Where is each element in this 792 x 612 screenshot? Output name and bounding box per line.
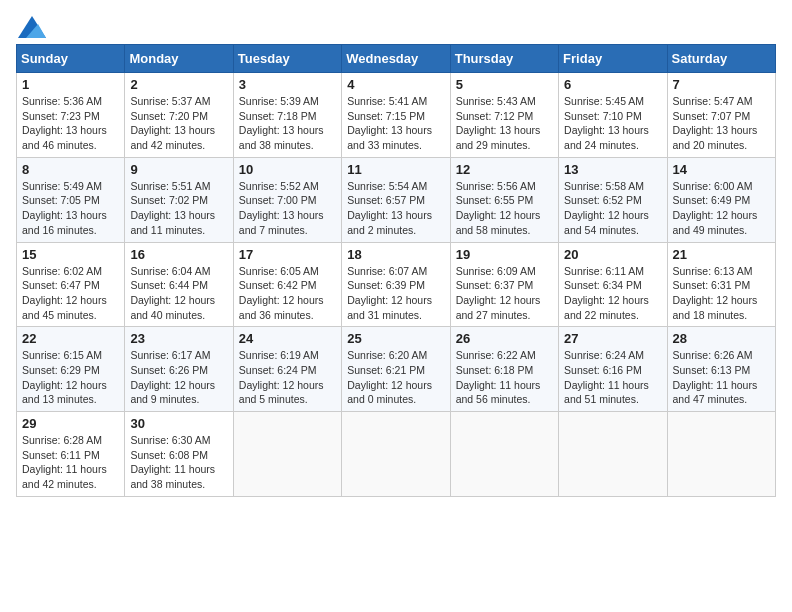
day-info: Sunrise: 6:22 AMSunset: 6:18 PMDaylight:… bbox=[456, 348, 553, 407]
calendar-cell: 10Sunrise: 5:52 AMSunset: 7:00 PMDayligh… bbox=[233, 157, 341, 242]
day-number: 13 bbox=[564, 162, 661, 177]
calendar-cell: 15Sunrise: 6:02 AMSunset: 6:47 PMDayligh… bbox=[17, 242, 125, 327]
calendar-dow-saturday: Saturday bbox=[667, 45, 775, 73]
day-number: 22 bbox=[22, 331, 119, 346]
calendar-cell bbox=[233, 412, 341, 497]
calendar-cell bbox=[559, 412, 667, 497]
calendar-cell: 13Sunrise: 5:58 AMSunset: 6:52 PMDayligh… bbox=[559, 157, 667, 242]
calendar-cell: 30Sunrise: 6:30 AMSunset: 6:08 PMDayligh… bbox=[125, 412, 233, 497]
day-info: Sunrise: 5:47 AMSunset: 7:07 PMDaylight:… bbox=[673, 94, 770, 153]
day-info: Sunrise: 5:36 AMSunset: 7:23 PMDaylight:… bbox=[22, 94, 119, 153]
day-number: 16 bbox=[130, 247, 227, 262]
day-number: 23 bbox=[130, 331, 227, 346]
day-number: 6 bbox=[564, 77, 661, 92]
day-number: 21 bbox=[673, 247, 770, 262]
day-info: Sunrise: 5:52 AMSunset: 7:00 PMDaylight:… bbox=[239, 179, 336, 238]
day-number: 8 bbox=[22, 162, 119, 177]
day-number: 24 bbox=[239, 331, 336, 346]
day-number: 1 bbox=[22, 77, 119, 92]
calendar-dow-thursday: Thursday bbox=[450, 45, 558, 73]
day-info: Sunrise: 6:13 AMSunset: 6:31 PMDaylight:… bbox=[673, 264, 770, 323]
day-info: Sunrise: 6:02 AMSunset: 6:47 PMDaylight:… bbox=[22, 264, 119, 323]
day-number: 20 bbox=[564, 247, 661, 262]
calendar-cell: 28Sunrise: 6:26 AMSunset: 6:13 PMDayligh… bbox=[667, 327, 775, 412]
calendar-cell: 27Sunrise: 6:24 AMSunset: 6:16 PMDayligh… bbox=[559, 327, 667, 412]
day-info: Sunrise: 6:28 AMSunset: 6:11 PMDaylight:… bbox=[22, 433, 119, 492]
calendar-cell: 23Sunrise: 6:17 AMSunset: 6:26 PMDayligh… bbox=[125, 327, 233, 412]
calendar-cell: 4Sunrise: 5:41 AMSunset: 7:15 PMDaylight… bbox=[342, 73, 450, 158]
calendar-table: SundayMondayTuesdayWednesdayThursdayFrid… bbox=[16, 44, 776, 497]
calendar-dow-friday: Friday bbox=[559, 45, 667, 73]
day-number: 11 bbox=[347, 162, 444, 177]
calendar-header-row: SundayMondayTuesdayWednesdayThursdayFrid… bbox=[17, 45, 776, 73]
day-info: Sunrise: 5:51 AMSunset: 7:02 PMDaylight:… bbox=[130, 179, 227, 238]
day-info: Sunrise: 5:49 AMSunset: 7:05 PMDaylight:… bbox=[22, 179, 119, 238]
calendar-week-4: 22Sunrise: 6:15 AMSunset: 6:29 PMDayligh… bbox=[17, 327, 776, 412]
calendar-cell: 8Sunrise: 5:49 AMSunset: 7:05 PMDaylight… bbox=[17, 157, 125, 242]
day-number: 30 bbox=[130, 416, 227, 431]
calendar-cell: 29Sunrise: 6:28 AMSunset: 6:11 PMDayligh… bbox=[17, 412, 125, 497]
calendar-cell: 3Sunrise: 5:39 AMSunset: 7:18 PMDaylight… bbox=[233, 73, 341, 158]
calendar-cell: 21Sunrise: 6:13 AMSunset: 6:31 PMDayligh… bbox=[667, 242, 775, 327]
day-info: Sunrise: 6:00 AMSunset: 6:49 PMDaylight:… bbox=[673, 179, 770, 238]
day-info: Sunrise: 6:17 AMSunset: 6:26 PMDaylight:… bbox=[130, 348, 227, 407]
calendar-cell: 9Sunrise: 5:51 AMSunset: 7:02 PMDaylight… bbox=[125, 157, 233, 242]
calendar-dow-monday: Monday bbox=[125, 45, 233, 73]
day-info: Sunrise: 6:24 AMSunset: 6:16 PMDaylight:… bbox=[564, 348, 661, 407]
calendar-cell: 17Sunrise: 6:05 AMSunset: 6:42 PMDayligh… bbox=[233, 242, 341, 327]
day-number: 3 bbox=[239, 77, 336, 92]
day-number: 12 bbox=[456, 162, 553, 177]
day-info: Sunrise: 6:04 AMSunset: 6:44 PMDaylight:… bbox=[130, 264, 227, 323]
calendar-week-2: 8Sunrise: 5:49 AMSunset: 7:05 PMDaylight… bbox=[17, 157, 776, 242]
calendar-cell: 19Sunrise: 6:09 AMSunset: 6:37 PMDayligh… bbox=[450, 242, 558, 327]
calendar-dow-sunday: Sunday bbox=[17, 45, 125, 73]
logo-icon bbox=[18, 16, 46, 38]
day-info: Sunrise: 6:09 AMSunset: 6:37 PMDaylight:… bbox=[456, 264, 553, 323]
day-number: 14 bbox=[673, 162, 770, 177]
day-number: 5 bbox=[456, 77, 553, 92]
day-info: Sunrise: 5:56 AMSunset: 6:55 PMDaylight:… bbox=[456, 179, 553, 238]
day-info: Sunrise: 6:07 AMSunset: 6:39 PMDaylight:… bbox=[347, 264, 444, 323]
logo bbox=[16, 16, 46, 34]
day-info: Sunrise: 5:39 AMSunset: 7:18 PMDaylight:… bbox=[239, 94, 336, 153]
calendar-cell: 16Sunrise: 6:04 AMSunset: 6:44 PMDayligh… bbox=[125, 242, 233, 327]
calendar-cell bbox=[450, 412, 558, 497]
day-number: 25 bbox=[347, 331, 444, 346]
calendar-cell: 18Sunrise: 6:07 AMSunset: 6:39 PMDayligh… bbox=[342, 242, 450, 327]
day-number: 29 bbox=[22, 416, 119, 431]
calendar-cell: 25Sunrise: 6:20 AMSunset: 6:21 PMDayligh… bbox=[342, 327, 450, 412]
calendar-cell: 24Sunrise: 6:19 AMSunset: 6:24 PMDayligh… bbox=[233, 327, 341, 412]
day-number: 15 bbox=[22, 247, 119, 262]
day-number: 17 bbox=[239, 247, 336, 262]
calendar-cell: 20Sunrise: 6:11 AMSunset: 6:34 PMDayligh… bbox=[559, 242, 667, 327]
day-number: 19 bbox=[456, 247, 553, 262]
calendar-dow-tuesday: Tuesday bbox=[233, 45, 341, 73]
calendar-cell: 26Sunrise: 6:22 AMSunset: 6:18 PMDayligh… bbox=[450, 327, 558, 412]
calendar-dow-wednesday: Wednesday bbox=[342, 45, 450, 73]
day-info: Sunrise: 6:19 AMSunset: 6:24 PMDaylight:… bbox=[239, 348, 336, 407]
calendar-cell: 6Sunrise: 5:45 AMSunset: 7:10 PMDaylight… bbox=[559, 73, 667, 158]
calendar-week-5: 29Sunrise: 6:28 AMSunset: 6:11 PMDayligh… bbox=[17, 412, 776, 497]
calendar-cell: 5Sunrise: 5:43 AMSunset: 7:12 PMDaylight… bbox=[450, 73, 558, 158]
calendar-week-1: 1Sunrise: 5:36 AMSunset: 7:23 PMDaylight… bbox=[17, 73, 776, 158]
page-header bbox=[16, 16, 776, 34]
day-number: 10 bbox=[239, 162, 336, 177]
calendar-cell: 14Sunrise: 6:00 AMSunset: 6:49 PMDayligh… bbox=[667, 157, 775, 242]
day-info: Sunrise: 5:37 AMSunset: 7:20 PMDaylight:… bbox=[130, 94, 227, 153]
day-number: 4 bbox=[347, 77, 444, 92]
day-number: 27 bbox=[564, 331, 661, 346]
day-info: Sunrise: 5:54 AMSunset: 6:57 PMDaylight:… bbox=[347, 179, 444, 238]
calendar-cell: 11Sunrise: 5:54 AMSunset: 6:57 PMDayligh… bbox=[342, 157, 450, 242]
day-info: Sunrise: 5:58 AMSunset: 6:52 PMDaylight:… bbox=[564, 179, 661, 238]
calendar-cell bbox=[342, 412, 450, 497]
day-number: 18 bbox=[347, 247, 444, 262]
day-number: 28 bbox=[673, 331, 770, 346]
day-info: Sunrise: 5:41 AMSunset: 7:15 PMDaylight:… bbox=[347, 94, 444, 153]
day-number: 26 bbox=[456, 331, 553, 346]
day-number: 7 bbox=[673, 77, 770, 92]
day-number: 9 bbox=[130, 162, 227, 177]
calendar-cell: 22Sunrise: 6:15 AMSunset: 6:29 PMDayligh… bbox=[17, 327, 125, 412]
day-info: Sunrise: 5:43 AMSunset: 7:12 PMDaylight:… bbox=[456, 94, 553, 153]
day-info: Sunrise: 6:26 AMSunset: 6:13 PMDaylight:… bbox=[673, 348, 770, 407]
calendar-cell: 7Sunrise: 5:47 AMSunset: 7:07 PMDaylight… bbox=[667, 73, 775, 158]
